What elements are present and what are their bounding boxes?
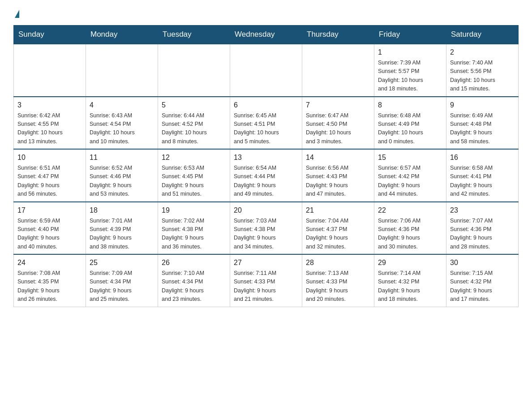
day-info: Sunrise: 6:44 AMSunset: 4:52 PMDaylight:… [162,111,226,146]
day-number: 10 [17,152,82,163]
calendar-cell: 27Sunrise: 7:11 AMSunset: 4:33 PMDayligh… [230,254,302,307]
calendar-header-wednesday: Wednesday [230,26,302,44]
day-number: 19 [162,205,226,216]
day-info: Sunrise: 6:43 AMSunset: 4:54 PMDaylight:… [90,111,154,146]
calendar-cell: 11Sunrise: 6:52 AMSunset: 4:46 PMDayligh… [86,149,158,202]
day-info: Sunrise: 6:57 AMSunset: 4:42 PMDaylight:… [378,164,442,199]
calendar-cell: 5Sunrise: 6:44 AMSunset: 4:52 PMDaylight… [158,97,230,150]
calendar-cell: 6Sunrise: 6:45 AMSunset: 4:51 PMDaylight… [230,97,302,150]
day-info: Sunrise: 7:40 AMSunset: 5:56 PMDaylight:… [450,59,515,94]
day-info: Sunrise: 7:03 AMSunset: 4:38 PMDaylight:… [234,217,298,252]
week-row-2: 3Sunrise: 6:42 AMSunset: 4:55 PMDaylight… [14,97,519,150]
calendar-cell: 19Sunrise: 7:02 AMSunset: 4:38 PMDayligh… [158,202,230,255]
week-row-1: 1Sunrise: 7:39 AMSunset: 5:57 PMDaylight… [14,44,519,97]
day-number: 2 [450,47,515,58]
calendar-cell: 12Sunrise: 6:53 AMSunset: 4:45 PMDayligh… [158,149,230,202]
day-number: 8 [378,100,442,111]
day-info: Sunrise: 7:13 AMSunset: 4:33 PMDaylight:… [306,269,370,304]
calendar-cell: 1Sunrise: 7:39 AMSunset: 5:57 PMDaylight… [374,44,446,97]
calendar-header-friday: Friday [374,26,446,44]
week-row-5: 24Sunrise: 7:08 AMSunset: 4:35 PMDayligh… [14,254,519,307]
calendar-table: SundayMondayTuesdayWednesdayThursdayFrid… [13,25,519,307]
week-row-4: 17Sunrise: 6:59 AMSunset: 4:40 PMDayligh… [14,202,519,255]
calendar-cell: 10Sunrise: 6:51 AMSunset: 4:47 PMDayligh… [14,149,86,202]
day-info: Sunrise: 7:39 AMSunset: 5:57 PMDaylight:… [378,59,442,94]
day-number: 15 [378,152,442,163]
calendar-cell [86,44,158,97]
day-number: 22 [378,205,442,216]
calendar-header-monday: Monday [86,26,158,44]
day-number: 4 [90,100,154,111]
day-info: Sunrise: 6:56 AMSunset: 4:43 PMDaylight:… [306,164,370,199]
day-info: Sunrise: 7:10 AMSunset: 4:34 PMDaylight:… [162,269,226,304]
calendar-cell [302,44,374,97]
day-number: 3 [17,100,82,111]
logo [13,9,19,16]
calendar-header-sunday: Sunday [14,26,86,44]
day-number: 25 [90,257,154,268]
day-number: 16 [450,152,515,163]
calendar-cell: 25Sunrise: 7:09 AMSunset: 4:34 PMDayligh… [86,254,158,307]
calendar-cell: 15Sunrise: 6:57 AMSunset: 4:42 PMDayligh… [374,149,446,202]
calendar-cell: 21Sunrise: 7:04 AMSunset: 4:37 PMDayligh… [302,202,374,255]
day-number: 28 [306,257,370,268]
day-number: 23 [450,205,515,216]
calendar-cell: 2Sunrise: 7:40 AMSunset: 5:56 PMDaylight… [446,44,519,97]
calendar-cell: 23Sunrise: 7:07 AMSunset: 4:36 PMDayligh… [446,202,519,255]
calendar-header-row: SundayMondayTuesdayWednesdayThursdayFrid… [14,26,519,44]
day-info: Sunrise: 6:49 AMSunset: 4:48 PMDaylight:… [450,111,515,146]
day-number: 13 [234,152,298,163]
calendar-cell: 9Sunrise: 6:49 AMSunset: 4:48 PMDaylight… [446,97,519,150]
day-info: Sunrise: 6:53 AMSunset: 4:45 PMDaylight:… [162,164,226,199]
day-number: 20 [234,205,298,216]
day-info: Sunrise: 7:07 AMSunset: 4:36 PMDaylight:… [450,217,515,252]
day-number: 18 [90,205,154,216]
calendar-cell: 3Sunrise: 6:42 AMSunset: 4:55 PMDaylight… [14,97,86,150]
day-info: Sunrise: 6:47 AMSunset: 4:50 PMDaylight:… [306,111,370,146]
calendar-cell: 16Sunrise: 6:58 AMSunset: 4:41 PMDayligh… [446,149,519,202]
week-row-3: 10Sunrise: 6:51 AMSunset: 4:47 PMDayligh… [14,149,519,202]
calendar-cell: 28Sunrise: 7:13 AMSunset: 4:33 PMDayligh… [302,254,374,307]
day-info: Sunrise: 7:14 AMSunset: 4:32 PMDaylight:… [378,269,442,304]
calendar-cell: 22Sunrise: 7:06 AMSunset: 4:36 PMDayligh… [374,202,446,255]
page-header [13,9,519,16]
day-number: 30 [450,257,515,268]
day-number: 6 [234,100,298,111]
day-number: 14 [306,152,370,163]
calendar-cell: 30Sunrise: 7:15 AMSunset: 4:32 PMDayligh… [446,254,519,307]
day-info: Sunrise: 6:42 AMSunset: 4:55 PMDaylight:… [17,111,82,146]
day-number: 11 [90,152,154,163]
day-info: Sunrise: 7:11 AMSunset: 4:33 PMDaylight:… [234,269,298,304]
day-number: 27 [234,257,298,268]
calendar-cell: 4Sunrise: 6:43 AMSunset: 4:54 PMDaylight… [86,97,158,150]
calendar-cell: 17Sunrise: 6:59 AMSunset: 4:40 PMDayligh… [14,202,86,255]
day-info: Sunrise: 7:08 AMSunset: 4:35 PMDaylight:… [17,269,82,304]
calendar-cell [230,44,302,97]
calendar-cell: 18Sunrise: 7:01 AMSunset: 4:39 PMDayligh… [86,202,158,255]
day-number: 21 [306,205,370,216]
day-info: Sunrise: 6:48 AMSunset: 4:49 PMDaylight:… [378,111,442,146]
day-number: 17 [17,205,82,216]
calendar-cell: 24Sunrise: 7:08 AMSunset: 4:35 PMDayligh… [14,254,86,307]
day-info: Sunrise: 6:52 AMSunset: 4:46 PMDaylight:… [90,164,154,199]
calendar-header-thursday: Thursday [302,26,374,44]
calendar-cell [158,44,230,97]
day-info: Sunrise: 7:06 AMSunset: 4:36 PMDaylight:… [378,217,442,252]
calendar-cell: 29Sunrise: 7:14 AMSunset: 4:32 PMDayligh… [374,254,446,307]
day-number: 5 [162,100,226,111]
calendar-cell: 20Sunrise: 7:03 AMSunset: 4:38 PMDayligh… [230,202,302,255]
day-number: 24 [17,257,82,268]
day-info: Sunrise: 6:58 AMSunset: 4:41 PMDaylight:… [450,164,515,199]
day-info: Sunrise: 7:15 AMSunset: 4:32 PMDaylight:… [450,269,515,304]
calendar-cell: 13Sunrise: 6:54 AMSunset: 4:44 PMDayligh… [230,149,302,202]
logo-triangle-icon [15,10,19,18]
calendar-header-tuesday: Tuesday [158,26,230,44]
day-number: 12 [162,152,226,163]
calendar-header-saturday: Saturday [446,26,519,44]
day-info: Sunrise: 6:51 AMSunset: 4:47 PMDaylight:… [17,164,82,199]
calendar-cell: 26Sunrise: 7:10 AMSunset: 4:34 PMDayligh… [158,254,230,307]
day-number: 26 [162,257,226,268]
day-info: Sunrise: 7:02 AMSunset: 4:38 PMDaylight:… [162,217,226,252]
calendar-cell: 7Sunrise: 6:47 AMSunset: 4:50 PMDaylight… [302,97,374,150]
day-number: 1 [378,47,442,58]
